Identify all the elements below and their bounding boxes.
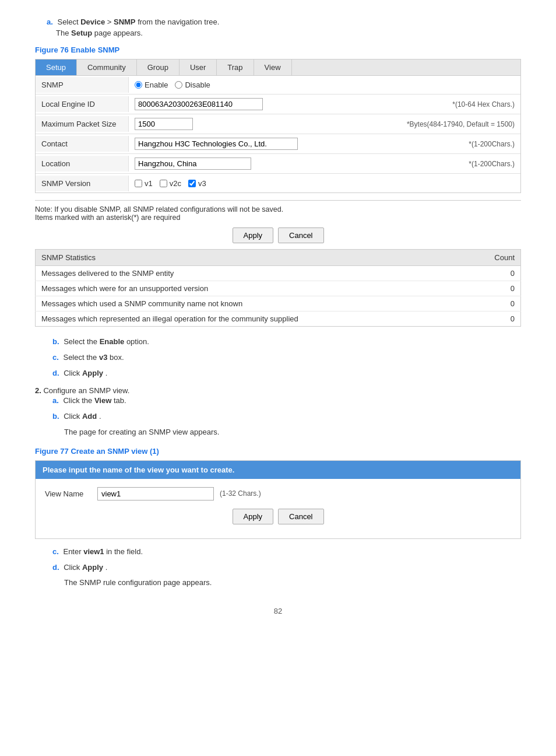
engine-id-value (129, 94, 446, 114)
table-row: Messages delivered to the SNMP entity 0 (36, 266, 521, 281)
location-value (129, 154, 463, 173)
end-step-d-sub-text: The SNMP rule configuration page appears… (64, 578, 212, 587)
end-step-d-text2: . (105, 563, 108, 572)
disable-label: Disable (185, 80, 210, 89)
stat-label-1: Messages which were for an unsupported v… (36, 281, 474, 296)
snmp-enable-value: Enable Disable (129, 77, 520, 93)
v3-label: v3 (198, 179, 206, 188)
step2-a-text2: tab. (114, 396, 126, 405)
tab-user[interactable]: User (180, 60, 217, 75)
step-c-label: c. (52, 353, 59, 362)
cancel-button[interactable]: Cancel (278, 228, 323, 243)
v1-checkbox[interactable] (135, 180, 142, 187)
tab-group[interactable]: Group (137, 60, 180, 75)
apply-button[interactable]: Apply (233, 228, 274, 243)
step2-sub: a. Click the View tab. b. Click Add . Th… (52, 395, 521, 438)
v2c-checkbox-label[interactable]: v2c (160, 179, 181, 188)
packet-size-value (129, 114, 401, 134)
end-step-d-label: d. (52, 563, 59, 572)
setup-bold: Setup (71, 29, 92, 37)
table-row: Messages which used a SNMP community nam… (36, 296, 521, 312)
v1-label: v1 (145, 179, 153, 188)
step-a-block: a. Select Device > SNMP from the navigat… (47, 18, 521, 26)
packet-size-label: Maximum Packet Size (36, 116, 129, 132)
location-hint: *(1-200Chars.) (463, 156, 520, 172)
stat-count-0: 0 (474, 266, 521, 281)
view-form: Please input the name of the view you wa… (35, 460, 521, 539)
contact-hint: *(1-200Chars.) (463, 136, 520, 152)
snmp-row-label: SNMP (36, 77, 129, 93)
step2-b-sub: The page for creating an SNMP view appea… (64, 426, 521, 439)
stat-label-3: Messages which represented an illegal op… (36, 312, 474, 327)
engine-id-row: Local Engine ID *(10-64 Hex Chars.) (36, 94, 520, 114)
version-checkbox-group: v1 v2c v3 (135, 179, 515, 188)
apply-bold2: Apply (82, 563, 103, 572)
end-step-c: c. Enter view1 in the field. (52, 546, 521, 558)
enable-label: Enable (145, 80, 168, 89)
location-input[interactable] (135, 158, 251, 170)
view-name-input[interactable] (97, 487, 214, 501)
stat-label-0: Messages delivered to the SNMP entity (36, 266, 474, 281)
contact-row: Contact *(1-200Chars.) (36, 134, 520, 154)
packet-size-input[interactable] (135, 118, 193, 130)
step-b-label: b. (52, 337, 59, 346)
enable-radio[interactable] (135, 81, 142, 89)
stat-label-2: Messages which used a SNMP community nam… (36, 296, 474, 312)
tab-trap[interactable]: Trap (217, 60, 254, 75)
disable-radio[interactable] (175, 81, 182, 89)
step2-a-label: a. (52, 396, 59, 405)
step-c: c. Select the v3 box. (52, 352, 521, 364)
view-name-row: View Name (1-32 Chars.) (45, 487, 511, 501)
tab-community[interactable]: Community (77, 60, 137, 75)
disable-radio-label[interactable]: Disable (175, 80, 210, 89)
step2-b: b. Click Add . (52, 411, 521, 423)
step-b-text2: option. (126, 337, 149, 346)
step-a-gt: > (107, 18, 114, 26)
v2c-label: v2c (170, 179, 181, 188)
v3-checkbox-label[interactable]: v3 (188, 179, 206, 188)
engine-id-input[interactable] (135, 98, 263, 110)
snmp-enable-row: SNMP Enable Disable (36, 76, 520, 94)
figure76-title: Figure 76 Enable SNMP (35, 46, 521, 54)
table-row: Messages which represented an illegal op… (36, 312, 521, 327)
enable-radio-label[interactable]: Enable (135, 80, 168, 89)
end-step-c-label: c. (52, 547, 59, 556)
steps-bcd: b. Select the Enable option. c. Select t… (52, 336, 521, 379)
contact-label: Contact (36, 136, 129, 152)
v3-checkbox[interactable] (188, 180, 196, 187)
step-a-text3: from the navigation tree. (138, 18, 219, 26)
stats-header-label: SNMP Statistics (36, 250, 474, 266)
step-d-label: d. (52, 369, 59, 377)
version-label: SNMP Version (36, 176, 129, 191)
view-cancel-button[interactable]: Cancel (278, 509, 323, 524)
view-form-header: Please input the name of the view you wa… (36, 461, 520, 479)
note-line1: Note: If you disable SNMP, all SNMP rela… (35, 205, 521, 214)
figure77-title: Figure 77 Create an SNMP view (1) (35, 447, 521, 456)
note-block: Note: If you disable SNMP, all SNMP rela… (35, 200, 521, 222)
step2-a: a. Click the View tab. (52, 395, 521, 407)
packet-size-hint: *Bytes(484-17940, Default = 1500) (401, 117, 520, 132)
view-apply-button[interactable]: Apply (233, 509, 274, 524)
view-form-body: View Name (1-32 Chars.) Apply Cancel (36, 479, 520, 538)
contact-input[interactable] (135, 138, 298, 150)
table-row: Messages which were for an unsupported v… (36, 281, 521, 296)
stats-header-count: Count (474, 250, 521, 266)
tab-setup[interactable]: Setup (36, 60, 77, 75)
step-a-sub: The Setup page appears. (56, 29, 521, 37)
stat-count-3: 0 (474, 312, 521, 327)
apply-cancel-row: Apply Cancel (35, 228, 521, 243)
snmp-tabs: Setup Community Group User Trap View (36, 60, 520, 76)
snmp-body: SNMP Enable Disable Local Engine ID (36, 76, 520, 192)
location-row: Location *(1-200Chars.) (36, 154, 520, 174)
version-row: SNMP Version v1 v2c v3 (36, 174, 520, 192)
stat-count-1: 0 (474, 281, 521, 296)
step-d-text2: . (105, 369, 108, 377)
version-value: v1 v2c v3 (129, 176, 520, 191)
v2c-checkbox[interactable] (160, 180, 167, 187)
v1-checkbox-label[interactable]: v1 (135, 179, 153, 188)
step2-num: 2. (35, 386, 41, 395)
note-line2: Items marked with an asterisk(*) are req… (35, 214, 521, 222)
tab-view[interactable]: View (254, 60, 292, 75)
engine-id-hint: *(10-64 Hex Chars.) (446, 97, 520, 112)
apply-bold: Apply (82, 369, 103, 377)
